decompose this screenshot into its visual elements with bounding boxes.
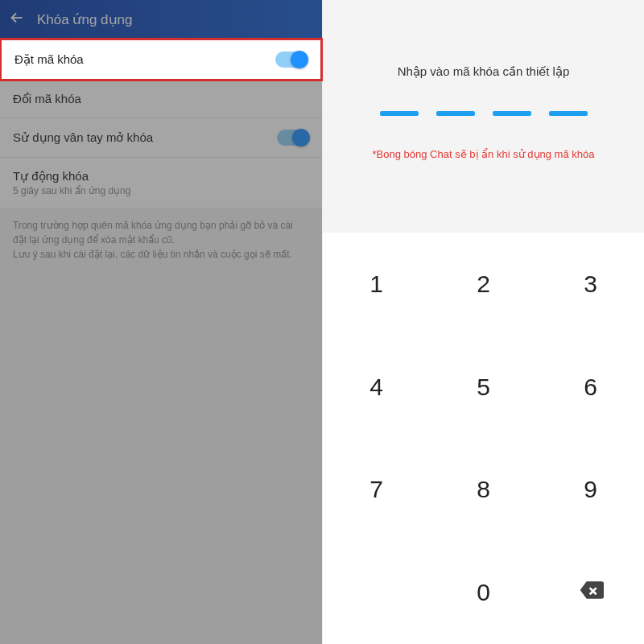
pin-prompt: Nhập vào mã khóa cần thiết lập: [339, 64, 628, 79]
key-4[interactable]: 4: [323, 336, 430, 439]
row-fingerprint[interactable]: Sử dụng vân tay mở khóa: [0, 118, 322, 158]
pin-dash: [436, 111, 475, 116]
back-icon[interactable]: [8, 9, 26, 30]
settings-list: Đặt mã khóa Đổi mã khóa Sử dụng vân tay …: [0, 38, 322, 644]
key-5[interactable]: 5: [430, 336, 537, 439]
row-autolock-label: Tự động khóa: [13, 169, 130, 184]
row-autolock[interactable]: Tự động khóa 5 giây sau khi ẩn ứng dụng: [0, 158, 322, 208]
row-set-code-label: Đặt mã khóa: [14, 52, 84, 67]
pin-input: [339, 111, 628, 116]
row-change-code-label: Đổi mã khóa: [13, 92, 81, 106]
key-1[interactable]: 1: [323, 233, 430, 336]
note-line-1: Trong trường hợp quên mã khóa ứng dụng b…: [13, 218, 309, 247]
row-change-code[interactable]: Đổi mã khóa: [0, 80, 322, 118]
pin-warning: *Bong bóng Chat sẽ bị ẩn khi sử dụng mã …: [339, 148, 628, 160]
row-autolock-sub: 5 giây sau khi ẩn ứng dụng: [13, 185, 130, 196]
row-set-code[interactable]: Đặt mã khóa: [0, 38, 323, 81]
key-3[interactable]: 3: [537, 233, 644, 336]
key-backspace[interactable]: [537, 541, 644, 644]
keypad: 1 2 3 4 5 6 7 8 9 0: [323, 233, 644, 644]
key-empty: [323, 541, 430, 644]
key-7[interactable]: 7: [323, 439, 430, 542]
key-0[interactable]: 0: [430, 541, 537, 644]
key-8[interactable]: 8: [430, 439, 537, 542]
note-line-2: Lưu ý sau khi cài đặt lại, các dữ liệu t…: [13, 247, 309, 262]
page-title: Khóa ứng dụng: [37, 11, 132, 28]
note-text: Trong trường hợp quên mã khóa ứng dụng b…: [0, 208, 322, 262]
settings-pane: Khóa ứng dụng Đặt mã khóa Đổi mã khóa Sử…: [0, 0, 322, 644]
pin-dash: [493, 111, 531, 116]
key-2[interactable]: 2: [430, 233, 537, 336]
pin-dash: [549, 111, 588, 116]
pin-pane: Nhập vào mã khóa cần thiết lập *Bong bón…: [322, 0, 644, 644]
pin-dash: [380, 111, 419, 116]
pin-header: Nhập vào mã khóa cần thiết lập *Bong bón…: [323, 0, 644, 200]
toggle-fingerprint[interactable]: [277, 130, 309, 146]
toggle-set-code[interactable]: [275, 52, 308, 68]
key-6[interactable]: 6: [537, 336, 644, 439]
backspace-icon: [578, 577, 604, 609]
key-9[interactable]: 9: [537, 439, 644, 542]
row-fingerprint-label: Sử dụng vân tay mở khóa: [13, 130, 153, 145]
appbar: Khóa ứng dụng: [0, 0, 322, 39]
